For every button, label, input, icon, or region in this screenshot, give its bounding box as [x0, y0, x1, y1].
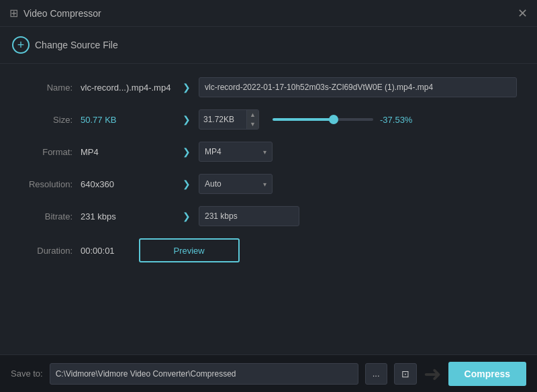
resolution-target: Auto ▾ — [199, 174, 517, 194]
size-percent-label: -37.53% — [380, 115, 412, 125]
size-slider[interactable] — [273, 118, 373, 121]
duration-label: Duration: — [20, 246, 81, 256]
resolution-label: Resolution: — [20, 179, 81, 189]
name-target — [199, 77, 517, 97]
resolution-dropdown-arrow: ▾ — [263, 181, 266, 188]
size-spin-buttons: ▲ ▼ — [246, 110, 258, 129]
compress-button[interactable]: Compress — [448, 362, 526, 386]
title-bar: ⊞ Video Compressor ✕ — [0, 0, 537, 27]
size-row: Size: 50.77 KB ❯ ▲ ▼ -37.53% — [20, 109, 517, 130]
size-slider-container: -37.53% — [273, 115, 412, 125]
preview-button[interactable]: Preview — [139, 238, 240, 262]
duration-row: Duration: 00:00:01 ❯ Preview — [20, 238, 517, 262]
name-source-value: vlc-record...).mp4-.mp4 — [81, 83, 175, 93]
size-target: ▲ ▼ -37.53% — [199, 109, 517, 130]
format-label: Format: — [20, 147, 81, 157]
save-path-input[interactable] — [50, 363, 358, 385]
app-icon: ⊞ — [9, 7, 18, 19]
name-row: Name: vlc-record...).mp4-.mp4 ❯ — [20, 77, 517, 97]
size-input[interactable] — [199, 110, 246, 129]
size-label: Size: — [20, 115, 81, 125]
format-selected-value: MP4 — [205, 147, 222, 156]
bitrate-arrow-icon: ❯ — [183, 211, 191, 222]
folder-button[interactable]: ⊡ — [394, 363, 417, 385]
duration-value: 00:00:01 — [81, 246, 115, 256]
format-dropdown-arrow: ▾ — [263, 148, 266, 156]
size-source-value: 50.77 KB — [81, 115, 175, 125]
format-source-value: MP4 — [81, 147, 175, 157]
format-arrow-icon: ❯ — [183, 146, 191, 157]
folder-icon: ⊡ — [401, 369, 409, 379]
size-spin-down[interactable]: ▼ — [247, 119, 258, 129]
bitrate-source-value: 231 kbps — [81, 211, 175, 222]
size-spinbox[interactable]: ▲ ▼ — [199, 109, 259, 130]
change-source-area: + Change Source File — [0, 27, 537, 64]
title-left: ⊞ Video Compressor — [9, 7, 101, 19]
resolution-row: Resolution: 640x360 ❯ Auto ▾ — [20, 174, 517, 194]
size-arrow-icon: ❯ — [183, 114, 191, 125]
bitrate-target — [199, 206, 517, 226]
duration-target: Preview — [139, 238, 517, 262]
name-arrow-icon: ❯ — [183, 82, 191, 93]
close-button[interactable]: ✕ — [518, 7, 528, 19]
change-source-button[interactable]: + Change Source File — [12, 36, 118, 54]
save-to-label: Save to: — [11, 369, 43, 379]
resolution-source-value: 640x360 — [81, 179, 175, 189]
name-label: Name: — [20, 83, 81, 93]
resolution-dropdown[interactable]: Auto ▾ — [199, 174, 273, 194]
app-title: Video Compressor — [23, 8, 101, 19]
bitrate-input[interactable] — [199, 206, 299, 226]
name-target-input[interactable] — [199, 77, 517, 97]
plus-circle-icon: + — [12, 36, 30, 54]
bitrate-row: Bitrate: 231 kbps ❯ — [20, 206, 517, 226]
change-source-label: Change Source File — [35, 40, 118, 50]
big-arrow-right-icon: ➜ — [424, 363, 442, 385]
format-row: Format: MP4 ❯ MP4 ▾ — [20, 142, 517, 162]
dots-button[interactable]: ... — [365, 363, 387, 385]
bottom-bar: Save to: ... ⊡ ➜ Compress — [0, 354, 537, 392]
format-dropdown[interactable]: MP4 ▾ — [199, 142, 273, 162]
main-content: Name: vlc-record...).mp4-.mp4 ❯ Size: 50… — [0, 64, 537, 288]
arrow-icon-container: ➜ — [424, 363, 442, 385]
resolution-selected-value: Auto — [205, 179, 222, 189]
format-target: MP4 ▾ — [199, 142, 517, 162]
bitrate-label: Bitrate: — [20, 211, 81, 222]
resolution-arrow-icon: ❯ — [183, 179, 191, 189]
size-spin-up[interactable]: ▲ — [247, 110, 258, 119]
